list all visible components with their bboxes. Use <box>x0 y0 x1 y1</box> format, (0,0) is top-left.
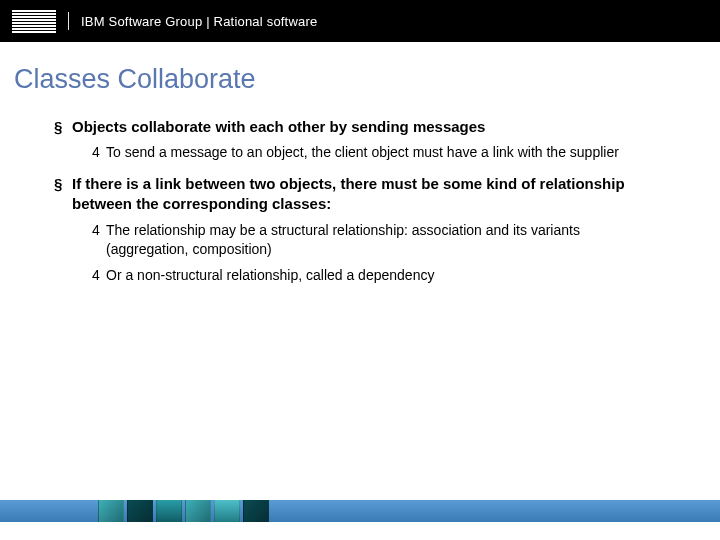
slide-title: Classes Collaborate <box>14 64 706 95</box>
list-item: The relationship may be a structural rel… <box>92 221 676 259</box>
decoration-tile <box>127 500 153 522</box>
bullet-sublist: The relationship may be a structural rel… <box>72 221 676 286</box>
slide-footer <box>0 500 720 534</box>
decoration-tile <box>98 500 124 522</box>
list-item: To send a message to an object, the clie… <box>92 143 676 162</box>
list-item: If there is a link between two objects, … <box>54 174 706 285</box>
slide-body: Classes Collaborate Objects collaborate … <box>0 42 720 540</box>
slide: IBM Software Group | Rational software C… <box>0 0 720 540</box>
bullet-text: Or a non-structural relationship, called… <box>106 267 434 283</box>
ibm-logo <box>12 10 56 33</box>
decoration-tile <box>243 500 269 522</box>
bullet-text: Objects collaborate with each other by s… <box>72 118 485 135</box>
bullet-text: To send a message to an object, the clie… <box>106 144 619 160</box>
bullet-text: The relationship may be a structural rel… <box>106 222 580 257</box>
footer-decoration <box>98 500 269 522</box>
bullet-text: If there is a link between two objects, … <box>72 175 625 212</box>
decoration-tile <box>185 500 211 522</box>
footer-band <box>0 500 720 522</box>
decoration-tile <box>156 500 182 522</box>
bullet-sublist: To send a message to an object, the clie… <box>72 143 676 162</box>
list-item: Or a non-structural relationship, called… <box>92 266 676 285</box>
decoration-tile <box>214 500 240 522</box>
footer-cap <box>0 522 720 528</box>
bullet-list: Objects collaborate with each other by s… <box>14 117 706 285</box>
slide-header: IBM Software Group | Rational software <box>0 0 720 42</box>
header-separator <box>68 12 69 30</box>
header-text: IBM Software Group | Rational software <box>81 14 317 29</box>
list-item: Objects collaborate with each other by s… <box>54 117 706 162</box>
